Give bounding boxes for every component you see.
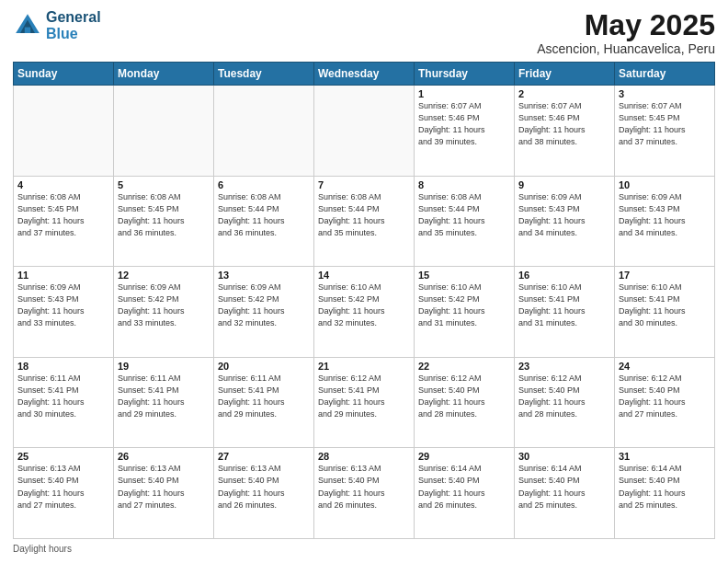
- day-number: 6: [218, 179, 310, 190]
- day-info: Sunrise: 6:11 AM Sunset: 5:41 PM Dayligh…: [17, 373, 109, 420]
- day-number: 18: [17, 361, 109, 372]
- calendar-cell: 26Sunrise: 6:13 AM Sunset: 5:40 PM Dayli…: [114, 448, 214, 539]
- day-info: Sunrise: 6:13 AM Sunset: 5:40 PM Dayligh…: [218, 463, 310, 511]
- calendar-body: 1Sunrise: 6:07 AM Sunset: 5:46 PM Daylig…: [14, 86, 715, 539]
- svg-rect-2: [25, 27, 30, 32]
- calendar-cell: 7Sunrise: 6:08 AM Sunset: 5:44 PM Daylig…: [314, 176, 415, 267]
- day-info: Sunrise: 6:10 AM Sunset: 5:41 PM Dayligh…: [518, 282, 610, 329]
- day-header-sunday: Sunday: [14, 63, 114, 86]
- day-number: 9: [518, 179, 610, 190]
- day-header-thursday: Thursday: [415, 63, 515, 86]
- day-info: Sunrise: 6:08 AM Sunset: 5:44 PM Dayligh…: [418, 191, 510, 239]
- header-row: SundayMondayTuesdayWednesdayThursdayFrid…: [14, 63, 715, 86]
- calendar-cell: 24Sunrise: 6:12 AM Sunset: 5:40 PM Dayli…: [615, 357, 715, 448]
- calendar-cell: 13Sunrise: 6:09 AM Sunset: 5:42 PM Dayli…: [214, 267, 314, 358]
- day-info: Sunrise: 6:13 AM Sunset: 5:40 PM Dayligh…: [118, 463, 210, 511]
- day-number: 26: [118, 451, 210, 462]
- day-number: 25: [17, 451, 109, 462]
- day-header-friday: Friday: [515, 63, 615, 86]
- day-number: 1: [418, 88, 510, 99]
- week-row-2: 4Sunrise: 6:08 AM Sunset: 5:45 PM Daylig…: [14, 176, 715, 267]
- day-info: Sunrise: 6:12 AM Sunset: 5:40 PM Dayligh…: [518, 373, 610, 420]
- logo-line2: Blue: [46, 26, 101, 42]
- day-number: 30: [518, 451, 610, 462]
- calendar-cell: 29Sunrise: 6:14 AM Sunset: 5:40 PM Dayli…: [415, 448, 515, 539]
- day-number: 28: [318, 451, 410, 462]
- day-info: Sunrise: 6:10 AM Sunset: 5:42 PM Dayligh…: [318, 282, 410, 329]
- calendar-cell: 8Sunrise: 6:08 AM Sunset: 5:44 PM Daylig…: [415, 176, 515, 267]
- calendar-header: SundayMondayTuesdayWednesdayThursdayFrid…: [14, 63, 715, 86]
- month-title: May 2025: [537, 9, 715, 41]
- calendar-cell: 25Sunrise: 6:13 AM Sunset: 5:40 PM Dayli…: [14, 448, 114, 539]
- day-header-monday: Monday: [114, 63, 214, 86]
- day-info: Sunrise: 6:08 AM Sunset: 5:45 PM Dayligh…: [17, 191, 109, 239]
- calendar-cell: 16Sunrise: 6:10 AM Sunset: 5:41 PM Dayli…: [515, 267, 615, 358]
- day-number: 23: [518, 361, 610, 372]
- calendar-cell: 2Sunrise: 6:07 AM Sunset: 5:46 PM Daylig…: [515, 86, 615, 177]
- day-number: 24: [619, 361, 711, 372]
- calendar-cell: 1Sunrise: 6:07 AM Sunset: 5:46 PM Daylig…: [415, 86, 515, 177]
- day-info: Sunrise: 6:07 AM Sunset: 5:46 PM Dayligh…: [518, 100, 610, 148]
- calendar-cell: 28Sunrise: 6:13 AM Sunset: 5:40 PM Dayli…: [314, 448, 415, 539]
- daylight-note: Daylight hours: [13, 544, 72, 554]
- calendar-cell: 19Sunrise: 6:11 AM Sunset: 5:41 PM Dayli…: [114, 357, 214, 448]
- calendar-cell: 5Sunrise: 6:08 AM Sunset: 5:45 PM Daylig…: [114, 176, 214, 267]
- calendar-cell: 22Sunrise: 6:12 AM Sunset: 5:40 PM Dayli…: [415, 357, 515, 448]
- calendar-cell: 15Sunrise: 6:10 AM Sunset: 5:42 PM Dayli…: [415, 267, 515, 358]
- day-info: Sunrise: 6:10 AM Sunset: 5:41 PM Dayligh…: [619, 282, 711, 329]
- day-number: 3: [619, 88, 711, 99]
- header: General Blue May 2025 Ascencion, Huancav…: [13, 9, 715, 56]
- day-info: Sunrise: 6:09 AM Sunset: 5:42 PM Dayligh…: [218, 282, 310, 329]
- logo-line1: General: [46, 9, 101, 26]
- week-row-3: 11Sunrise: 6:09 AM Sunset: 5:43 PM Dayli…: [14, 267, 715, 358]
- calendar-cell: [314, 86, 415, 177]
- day-info: Sunrise: 6:14 AM Sunset: 5:40 PM Dayligh…: [418, 463, 510, 511]
- day-header-tuesday: Tuesday: [214, 63, 314, 86]
- day-number: 10: [619, 179, 711, 190]
- day-number: 12: [118, 270, 210, 281]
- day-number: 17: [619, 270, 711, 281]
- day-info: Sunrise: 6:12 AM Sunset: 5:40 PM Dayligh…: [619, 373, 711, 420]
- calendar-cell: 12Sunrise: 6:09 AM Sunset: 5:42 PM Dayli…: [114, 267, 214, 358]
- day-number: 2: [518, 88, 610, 99]
- day-info: Sunrise: 6:14 AM Sunset: 5:40 PM Dayligh…: [619, 463, 711, 511]
- calendar-cell: 23Sunrise: 6:12 AM Sunset: 5:40 PM Dayli…: [515, 357, 615, 448]
- day-number: 27: [218, 451, 310, 462]
- day-info: Sunrise: 6:08 AM Sunset: 5:44 PM Dayligh…: [218, 191, 310, 239]
- day-number: 11: [17, 270, 109, 281]
- day-number: 14: [318, 270, 410, 281]
- week-row-4: 18Sunrise: 6:11 AM Sunset: 5:41 PM Dayli…: [14, 357, 715, 448]
- calendar-cell: 4Sunrise: 6:08 AM Sunset: 5:45 PM Daylig…: [14, 176, 114, 267]
- calendar-cell: 9Sunrise: 6:09 AM Sunset: 5:43 PM Daylig…: [515, 176, 615, 267]
- calendar-cell: 30Sunrise: 6:14 AM Sunset: 5:40 PM Dayli…: [515, 448, 615, 539]
- day-info: Sunrise: 6:09 AM Sunset: 5:43 PM Dayligh…: [619, 191, 711, 239]
- calendar-cell: 17Sunrise: 6:10 AM Sunset: 5:41 PM Dayli…: [615, 267, 715, 358]
- day-info: Sunrise: 6:09 AM Sunset: 5:43 PM Dayligh…: [518, 191, 610, 239]
- day-info: Sunrise: 6:07 AM Sunset: 5:46 PM Dayligh…: [418, 100, 510, 148]
- calendar-cell: 21Sunrise: 6:12 AM Sunset: 5:41 PM Dayli…: [314, 357, 415, 448]
- day-number: 31: [619, 451, 711, 462]
- day-number: 19: [118, 361, 210, 372]
- day-number: 5: [118, 179, 210, 190]
- day-info: Sunrise: 6:09 AM Sunset: 5:42 PM Dayligh…: [118, 282, 210, 329]
- week-row-5: 25Sunrise: 6:13 AM Sunset: 5:40 PM Dayli…: [14, 448, 715, 539]
- logo: General Blue: [13, 9, 101, 41]
- day-number: 13: [218, 270, 310, 281]
- title-block: May 2025 Ascencion, Huancavelica, Peru: [537, 9, 715, 56]
- day-header-saturday: Saturday: [615, 63, 715, 86]
- calendar-cell: 6Sunrise: 6:08 AM Sunset: 5:44 PM Daylig…: [214, 176, 314, 267]
- day-info: Sunrise: 6:14 AM Sunset: 5:40 PM Dayligh…: [518, 463, 610, 511]
- logo-icon: [13, 11, 42, 40]
- day-info: Sunrise: 6:12 AM Sunset: 5:41 PM Dayligh…: [318, 373, 410, 420]
- day-header-wednesday: Wednesday: [314, 63, 415, 86]
- calendar-cell: 14Sunrise: 6:10 AM Sunset: 5:42 PM Dayli…: [314, 267, 415, 358]
- day-number: 4: [17, 179, 109, 190]
- footer-note: Daylight hours: [13, 544, 715, 554]
- calendar-cell: 20Sunrise: 6:11 AM Sunset: 5:41 PM Dayli…: [214, 357, 314, 448]
- calendar-table: SundayMondayTuesdayWednesdayThursdayFrid…: [13, 62, 715, 539]
- day-number: 20: [218, 361, 310, 372]
- day-info: Sunrise: 6:09 AM Sunset: 5:43 PM Dayligh…: [17, 282, 109, 329]
- day-number: 21: [318, 361, 410, 372]
- calendar-cell: [214, 86, 314, 177]
- subtitle: Ascencion, Huancavelica, Peru: [537, 41, 715, 56]
